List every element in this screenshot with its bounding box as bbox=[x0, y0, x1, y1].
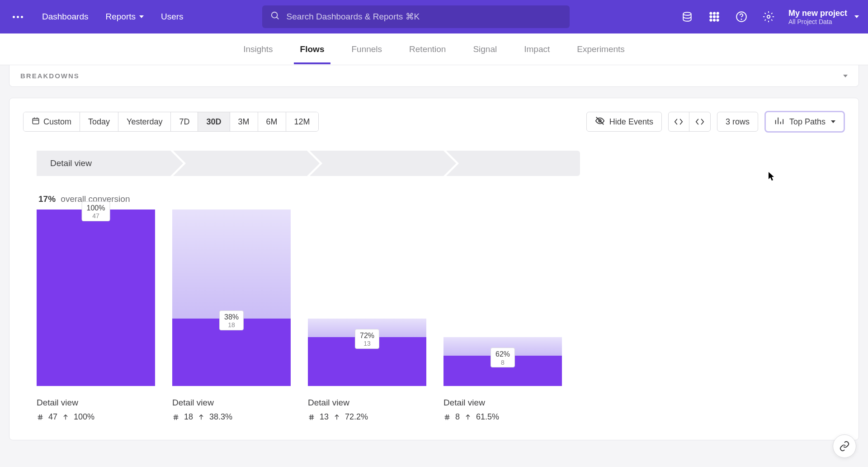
main-panel: Custom Today Yesterday 7D 30D 3M 6M 12M … bbox=[9, 98, 859, 440]
rows-button[interactable]: 3 rows bbox=[717, 112, 758, 132]
search-box[interactable] bbox=[262, 5, 570, 28]
date-today[interactable]: Today bbox=[80, 112, 118, 131]
chart-bar-1[interactable]: 38%18Detail view1838.3% bbox=[172, 210, 291, 422]
arrow-up-icon bbox=[198, 414, 205, 421]
svg-line-32 bbox=[175, 415, 175, 420]
tab-impact[interactable]: Impact bbox=[523, 34, 551, 64]
tab-flows[interactable]: Flows bbox=[299, 34, 326, 64]
svg-line-28 bbox=[41, 415, 41, 420]
bar-solid: 72%13 bbox=[308, 337, 426, 386]
chevron-down-icon[interactable] bbox=[843, 75, 848, 77]
menu-dots-icon[interactable] bbox=[9, 12, 27, 22]
copy-link-button[interactable] bbox=[833, 434, 856, 458]
svg-line-42 bbox=[446, 415, 446, 420]
nav-dashboards[interactable]: Dashboards bbox=[40, 8, 90, 25]
apps-grid-icon[interactable] bbox=[707, 10, 722, 24]
overall-conversion: 17% overall conversion bbox=[38, 194, 845, 204]
eye-off-icon bbox=[595, 116, 605, 128]
zoom-segment bbox=[668, 112, 711, 132]
chart-bar-0[interactable]: 100%47Detail view47100% bbox=[37, 210, 155, 422]
lexicon-icon[interactable] bbox=[680, 10, 694, 24]
date-12m[interactable]: 12M bbox=[286, 112, 318, 131]
svg-point-0 bbox=[271, 12, 277, 18]
svg-point-3 bbox=[710, 12, 712, 14]
funnel-chart: 100%47Detail view47100%38%18Detail view1… bbox=[37, 210, 845, 422]
breakdowns-bar[interactable]: BREAKDOWNS bbox=[9, 65, 859, 87]
bar-stats: 47100% bbox=[37, 412, 155, 422]
tab-insights[interactable]: Insights bbox=[242, 34, 274, 64]
bar-badge-count: 18 bbox=[224, 321, 239, 329]
zoom-in-button[interactable] bbox=[669, 112, 689, 131]
date-yesterday[interactable]: Yesterday bbox=[118, 112, 171, 131]
hash-icon bbox=[37, 414, 44, 421]
bar-badge: 72%13 bbox=[355, 329, 379, 349]
zoom-out-button[interactable] bbox=[689, 112, 710, 131]
svg-point-11 bbox=[717, 19, 718, 21]
svg-point-6 bbox=[710, 16, 712, 18]
bar-badge-pct: 100% bbox=[87, 204, 105, 212]
bar-badge: 100%47 bbox=[82, 201, 110, 221]
search-icon bbox=[270, 11, 280, 23]
hide-events-label: Hide Events bbox=[609, 117, 653, 127]
bar-badge-count: 8 bbox=[495, 359, 510, 367]
bar-count: 47 bbox=[48, 412, 57, 422]
funnel-step-3[interactable] bbox=[310, 151, 443, 176]
nav-users[interactable]: Users bbox=[159, 8, 185, 25]
chevron-down-icon bbox=[854, 15, 859, 18]
bar-rate: 72.2% bbox=[345, 412, 368, 422]
arrow-up-icon bbox=[333, 414, 340, 421]
svg-line-27 bbox=[39, 415, 39, 420]
hash-icon bbox=[172, 414, 179, 421]
funnel-breadcrumb: Detail view bbox=[37, 151, 845, 176]
tab-funnels[interactable]: Funnels bbox=[350, 34, 383, 64]
bar-label: Detail view bbox=[443, 398, 562, 408]
svg-line-37 bbox=[310, 415, 311, 420]
bar-badge-pct: 38% bbox=[224, 313, 239, 321]
svg-point-14 bbox=[767, 15, 770, 19]
top-nav: Dashboards Reports Users My new project … bbox=[0, 0, 868, 33]
funnel-step-1[interactable]: Detail view bbox=[37, 151, 170, 176]
toolbar: Custom Today Yesterday 7D 30D 3M 6M 12M … bbox=[23, 111, 845, 133]
svg-point-13 bbox=[741, 19, 741, 19]
sub-tabs: Insights Flows Funnels Retention Signal … bbox=[0, 33, 868, 65]
tab-retention[interactable]: Retention bbox=[408, 34, 447, 64]
hide-events-button[interactable]: Hide Events bbox=[586, 112, 662, 132]
arrow-up-icon bbox=[464, 414, 472, 421]
bar-badge-count: 13 bbox=[360, 340, 374, 348]
funnel-step-2[interactable] bbox=[173, 151, 307, 176]
svg-point-5 bbox=[717, 12, 718, 14]
date-custom[interactable]: Custom bbox=[24, 112, 80, 131]
svg-point-8 bbox=[717, 16, 718, 18]
top-paths-button[interactable]: Top Paths bbox=[764, 111, 845, 133]
bar-badge-pct: 62% bbox=[495, 350, 510, 358]
search-input[interactable] bbox=[287, 12, 561, 22]
chart-bar-2[interactable]: 72%13Detail view1372.2% bbox=[308, 210, 426, 422]
chart-bar-3[interactable]: 62%8Detail view861.5% bbox=[443, 210, 562, 422]
funnel-step-4[interactable] bbox=[446, 151, 580, 176]
bar-meta: Detail view1372.2% bbox=[308, 398, 426, 422]
nav-reports[interactable]: Reports bbox=[104, 8, 146, 25]
nav-reports-label: Reports bbox=[105, 12, 136, 22]
bar-stats: 1372.2% bbox=[308, 412, 426, 422]
date-6m[interactable]: 6M bbox=[258, 112, 286, 131]
bar-fade bbox=[172, 210, 291, 319]
date-7d[interactable]: 7D bbox=[171, 112, 198, 131]
help-icon[interactable] bbox=[734, 10, 749, 24]
svg-point-10 bbox=[713, 19, 715, 21]
bar-solid: 38%18 bbox=[172, 319, 291, 386]
breakdowns-label: BREAKDOWNS bbox=[20, 72, 80, 80]
project-selector[interactable]: My new project All Project Data bbox=[788, 9, 859, 25]
bar-meta: Detail view861.5% bbox=[443, 398, 562, 422]
date-30d[interactable]: 30D bbox=[198, 112, 230, 131]
date-3m[interactable]: 3M bbox=[230, 112, 258, 131]
bar-stats: 861.5% bbox=[443, 412, 562, 422]
tab-signal[interactable]: Signal bbox=[472, 34, 498, 64]
settings-gear-icon[interactable] bbox=[761, 10, 776, 24]
bar-meta: Detail view47100% bbox=[37, 398, 155, 422]
bar-label: Detail view bbox=[172, 398, 291, 408]
svg-line-1 bbox=[276, 17, 278, 19]
bar-badge: 38%18 bbox=[219, 310, 244, 330]
tab-experiments[interactable]: Experiments bbox=[576, 34, 626, 64]
bar-meta: Detail view1838.3% bbox=[172, 398, 291, 422]
bar-count: 18 bbox=[184, 412, 193, 422]
